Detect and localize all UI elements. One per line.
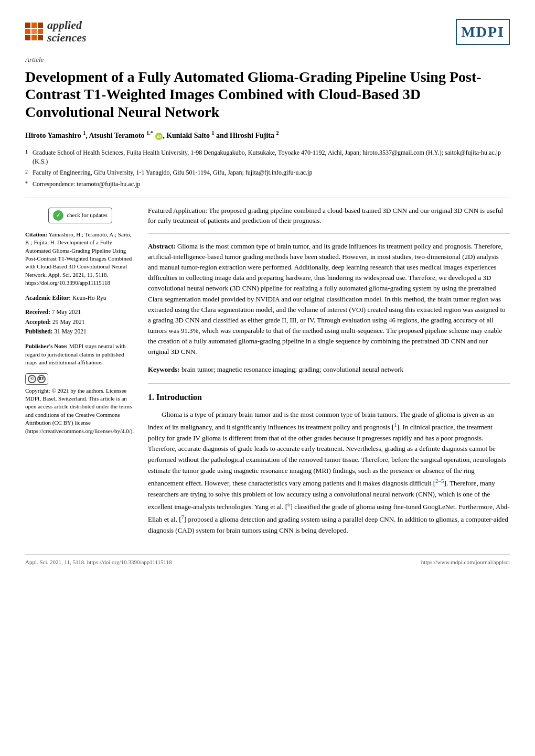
citation-label: Citation:: [25, 231, 47, 237]
cc-icon: © BY: [25, 373, 48, 385]
check-updates-label: check for updates: [67, 211, 108, 220]
intro-paragraph-1: Glioma is a type of primary brain tumor …: [148, 409, 510, 536]
publisher-note: Publisher's Note: MDPI stays neutral wit…: [25, 342, 135, 366]
check-updates-badge[interactable]: ✓ check for updates: [48, 208, 112, 223]
keywords-section: Keywords: brain tumor; magnetic resonanc…: [148, 364, 510, 375]
page-footer: Appl. Sci. 2021, 11, 5118. https://doi.o…: [25, 554, 510, 567]
right-column: Featured Application: The proposed gradi…: [148, 206, 510, 542]
author-yamashiro: Hiroto Yamashiro 1: [25, 132, 85, 139]
affil-row-2: 2 Faculty of Engineering, Gifu Universit…: [25, 168, 510, 179]
authors-line: Hiroto Yamashiro 1, Atsushi Teramoto 1,*…: [25, 129, 510, 141]
affil-text-2: Faculty of Engineering, Gifu University,…: [33, 168, 312, 179]
mdpi-logo: MDPI: [456, 19, 510, 45]
ref-1[interactable]: 1: [394, 422, 397, 428]
abstract-section: Abstract: Glioma is the most common type…: [148, 241, 510, 358]
dates-block: Received: 7 May 2021 Accepted: 29 May 20…: [25, 307, 135, 336]
check-icon: ✓: [53, 210, 63, 221]
featured-application: Featured Application: The proposed gradi…: [148, 206, 510, 226]
ref-2-5[interactable]: 2–5: [435, 478, 444, 484]
featured-app-text: Featured Application: The proposed gradi…: [148, 206, 510, 226]
affiliations: 1 Graduate School of Health Sciences, Fu…: [25, 148, 510, 190]
cc-circle-icon: ©: [28, 375, 36, 383]
affil-row-1: 1 Graduate School of Health Sciences, Fu…: [25, 148, 510, 167]
divider-featured: [148, 233, 510, 234]
publisher-note-label: Publisher's Note:: [25, 343, 68, 349]
journal-logo: applied sciences: [25, 19, 87, 44]
keywords-label: Keywords:: [148, 365, 180, 373]
two-col-layout: ✓ check for updates Citation: Yamashiro,…: [25, 206, 510, 542]
journal-name: applied sciences: [47, 19, 87, 44]
footer-left: Appl. Sci. 2021, 11, 5118. https://doi.o…: [25, 558, 172, 567]
affil-num-2: 2: [25, 168, 30, 179]
cc-by-icon: BY: [37, 375, 46, 383]
date-received: Received: 7 May 2021: [25, 307, 135, 317]
keywords-text: brain tumor; magnetic resonance imaging;…: [181, 365, 403, 373]
abstract-text: Glioma is the most common type of brain …: [148, 242, 506, 355]
affil-text-star: Correspondence: teramoto@fujita-hu.ac.jp: [33, 180, 140, 190]
date-accepted: Accepted: 29 May 2021: [25, 317, 135, 327]
author-fujita: Hiroshi Fujita 2: [230, 132, 279, 139]
left-column: ✓ check for updates Citation: Yamashiro,…: [25, 206, 135, 542]
editor-label: Academic Editor:: [25, 295, 71, 301]
intro-heading: 1. Introduction: [148, 391, 510, 404]
introduction-section: 1. Introduction Glioma is a type of prim…: [148, 391, 510, 536]
ref-6[interactable]: 6: [287, 501, 291, 507]
author-saito: Kuniaki Saito 1: [166, 132, 214, 139]
ref-7[interactable]: 7: [181, 514, 185, 520]
affil-num-star: *: [25, 180, 30, 190]
editor-block: Academic Editor: Keun-Ho Ryu: [25, 294, 135, 303]
footer-right: https://www.mdpi.com/journal/applsci: [421, 558, 510, 567]
divider-intro: [148, 383, 510, 384]
affil-row-star: * Correspondence: teramoto@fujita-hu.ac.…: [25, 180, 510, 190]
citation-block: Citation: Yamashiro, H.; Teramoto, A.; S…: [25, 231, 135, 287]
logo-grid-icon: [25, 23, 43, 40]
affil-text-1: Graduate School of Health Sciences, Fuji…: [33, 148, 510, 167]
author-teramoto: Atsushi Teramoto 1,*: [89, 132, 153, 139]
affil-num-1: 1: [25, 148, 30, 167]
date-published: Published: 31 May 2021: [25, 327, 135, 336]
citation-text: Yamashiro, H.; Teramoto, A.; Saito, K.; …: [25, 231, 132, 286]
article-title: Development of a Fully Automated Glioma-…: [25, 68, 510, 121]
article-type: Article: [25, 55, 510, 65]
abstract-label: Abstract:: [148, 242, 176, 250]
cc-block: © BY Copyright: © 2021 by the authors. L…: [25, 373, 135, 435]
orcid-icon: iD: [155, 133, 163, 140]
page-header: applied sciences MDPI: [25, 19, 510, 45]
editor-name: Keun-Ho Ryu: [72, 295, 106, 301]
copyright-text: Copyright: © 2021 by the authors. Licens…: [25, 387, 135, 435]
divider-top: [25, 198, 510, 198]
check-updates-block: ✓ check for updates: [25, 208, 135, 223]
